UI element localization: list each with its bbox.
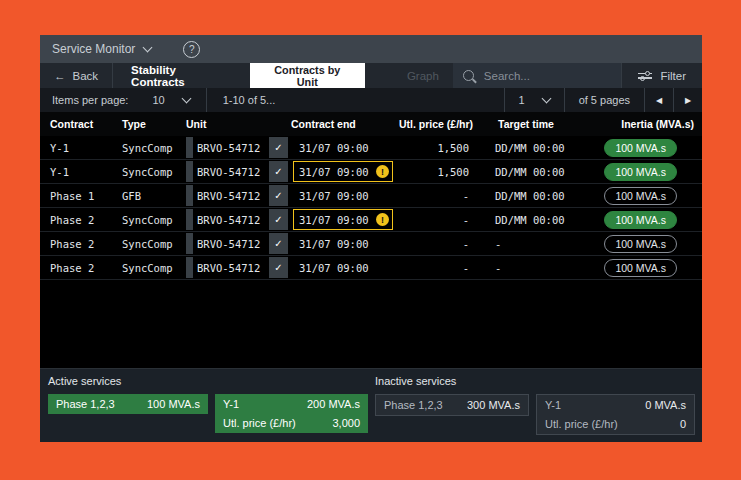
- service-value: 300 MVA.s: [467, 399, 520, 411]
- back-button[interactable]: ← Back: [40, 63, 112, 88]
- items-range-text: 1-10 of 5...: [207, 88, 292, 112]
- column-header-contract-end: Contract end: [291, 118, 396, 130]
- previous-page-button[interactable]: ◀: [645, 88, 673, 112]
- target-time-cell: DD/MM 00:00: [495, 142, 603, 154]
- app-header: Service Monitor ?: [40, 35, 702, 63]
- service-label: Utl. price (£/hr): [223, 417, 296, 429]
- table-row-1[interactable]: Y-1 SyncComp BRVO-54712 ✓ 31/07 09:00 1,…: [40, 136, 702, 160]
- table-row-4[interactable]: Phase 2 SyncComp BRVO-54712 ✓ 31/07 09:0…: [40, 208, 702, 232]
- table-row-3[interactable]: Phase 1 GFB BRVO-54712 ✓ 31/07 09:00 - D…: [40, 184, 702, 208]
- utl-price-cell: -: [393, 238, 477, 250]
- target-time-cell: -: [495, 238, 603, 250]
- inertia-badge: 100 MVA.s: [604, 211, 677, 229]
- tab-graph: Graph: [393, 63, 453, 88]
- tab-stability-contracts[interactable]: Stability Contracts: [113, 63, 250, 88]
- service-card-active-y1: Y-1 200 MVA.s Utl. price (£/hr) 3,000: [215, 394, 368, 433]
- utl-price-cell: -: [393, 262, 477, 274]
- service-label: Y-1: [223, 398, 239, 410]
- unit-checkbox[interactable]: ✓: [269, 209, 288, 230]
- contract-end-cell: 31/07 09:00: [293, 233, 393, 254]
- arrow-left-icon: ←: [54, 70, 66, 82]
- table-empty-area: [40, 280, 702, 368]
- search-icon: [463, 70, 474, 81]
- items-per-page-label: Items per page:: [40, 88, 136, 112]
- unit-checkbox[interactable]: ✓: [269, 233, 288, 254]
- unit-cell: BRVO-54712: [195, 262, 269, 274]
- inertia-cell: 100 MVA.s: [603, 163, 702, 181]
- active-services-title: Active services: [48, 375, 368, 387]
- contract-cell: Y-1: [50, 142, 122, 154]
- filter-button[interactable]: Filter: [622, 63, 702, 88]
- service-label: Phase 1,2,3: [384, 399, 443, 411]
- target-time-cell: DD/MM 00:00: [495, 190, 603, 202]
- row-drag-handle[interactable]: [186, 233, 193, 254]
- utl-price-cell: -: [393, 190, 477, 202]
- table-row-2[interactable]: Y-1 SyncComp BRVO-54712 ✓ 31/07 09:00! 1…: [40, 160, 702, 184]
- unit-checkbox[interactable]: ✓: [269, 257, 288, 278]
- unit-checkbox[interactable]: ✓: [269, 161, 288, 182]
- table-header: Contract Type Unit Contract end Utl. pri…: [40, 112, 702, 136]
- inertia-badge: 100 MVA.s: [604, 187, 677, 205]
- row-drag-handle[interactable]: [186, 257, 193, 278]
- pagination-spacer: [291, 88, 503, 112]
- table-row-5[interactable]: Phase 2 SyncComp BRVO-54712 ✓ 31/07 09:0…: [40, 232, 702, 256]
- app-title: Service Monitor: [52, 42, 135, 56]
- check-icon: ✓: [274, 262, 282, 273]
- app-window: Service Monitor ? ← Back Stability Contr…: [40, 35, 702, 442]
- inertia-cell: 100 MVA.s: [603, 187, 702, 205]
- unit-cell: BRVO-54712: [195, 166, 269, 178]
- active-services-section: Active services Phase 1,2,3 100 MVA.s Y-…: [48, 375, 368, 442]
- type-cell: SyncComp: [122, 238, 186, 250]
- tab-contracts-by-unit[interactable]: Contracts by Unit: [250, 63, 365, 88]
- type-cell: SyncComp: [122, 166, 186, 178]
- column-header-inertia: Inertia (MVA.s): [606, 118, 702, 130]
- target-time-cell: DD/MM 00:00: [495, 166, 603, 178]
- table-row-6[interactable]: Phase 2 SyncComp BRVO-54712 ✓ 31/07 09:0…: [40, 256, 702, 280]
- inertia-badge: 100 MVA.s: [604, 163, 677, 181]
- check-icon: ✓: [274, 214, 282, 225]
- inactive-services-section: Inactive services Phase 1,2,3 300 MVA.s …: [375, 375, 695, 442]
- service-value: 0 MVA.s: [645, 399, 686, 411]
- column-header-contract: Contract: [50, 118, 122, 130]
- contract-cell: Y-1: [50, 166, 122, 178]
- contract-end-cell: 31/07 09:00: [293, 137, 393, 158]
- contract-cell: Phase 2: [50, 214, 122, 226]
- page-select[interactable]: 1: [505, 88, 564, 112]
- row-drag-handle[interactable]: [186, 161, 193, 182]
- service-value: 100 MVA.s: [147, 398, 200, 410]
- items-per-page-select[interactable]: 10: [136, 88, 205, 112]
- contract-cell: Phase 2: [50, 238, 122, 250]
- column-header-unit: Unit: [186, 118, 291, 130]
- contract-end-cell-warning: 31/07 09:00!: [293, 161, 393, 182]
- unit-checkbox[interactable]: ✓: [269, 137, 288, 158]
- next-page-button[interactable]: ▶: [674, 88, 702, 112]
- inactive-services-title: Inactive services: [375, 375, 695, 387]
- inertia-badge: 100 MVA.s: [604, 235, 677, 253]
- row-drag-handle[interactable]: [186, 137, 193, 158]
- contract-end-cell-warning: 31/07 09:00!: [293, 209, 393, 230]
- chevron-down-icon: [541, 94, 551, 104]
- warning-icon: !: [376, 213, 389, 226]
- search-field[interactable]: [482, 69, 612, 83]
- type-cell: SyncComp: [122, 214, 186, 226]
- total-pages-text: of 5 pages: [565, 88, 644, 112]
- column-header-type: Type: [122, 118, 186, 130]
- app-menu[interactable]: Service Monitor: [52, 42, 151, 56]
- service-label: Y-1: [545, 399, 561, 411]
- help-icon[interactable]: ?: [183, 41, 200, 58]
- contract-cell: Phase 2: [50, 262, 122, 274]
- inertia-cell: 100 MVA.s: [603, 235, 702, 253]
- service-card-inactive-y1: Y-1 0 MVA.s Utl. price (£/hr) 0: [536, 394, 695, 435]
- row-drag-handle[interactable]: [186, 209, 193, 230]
- row-drag-handle[interactable]: [186, 185, 193, 206]
- unit-cell: BRVO-54712: [195, 214, 269, 226]
- chevron-down-icon: [181, 94, 191, 104]
- target-time-cell: -: [495, 262, 603, 274]
- search-input[interactable]: [453, 63, 622, 88]
- service-card-active-phase: Phase 1,2,3 100 MVA.s: [48, 394, 208, 414]
- unit-checkbox[interactable]: ✓: [269, 185, 288, 206]
- warning-icon: !: [376, 165, 389, 178]
- toolbar: ← Back Stability Contracts Contracts by …: [40, 63, 702, 88]
- contract-end-cell: 31/07 09:00: [293, 257, 393, 278]
- contract-end-cell: 31/07 09:00: [293, 185, 393, 206]
